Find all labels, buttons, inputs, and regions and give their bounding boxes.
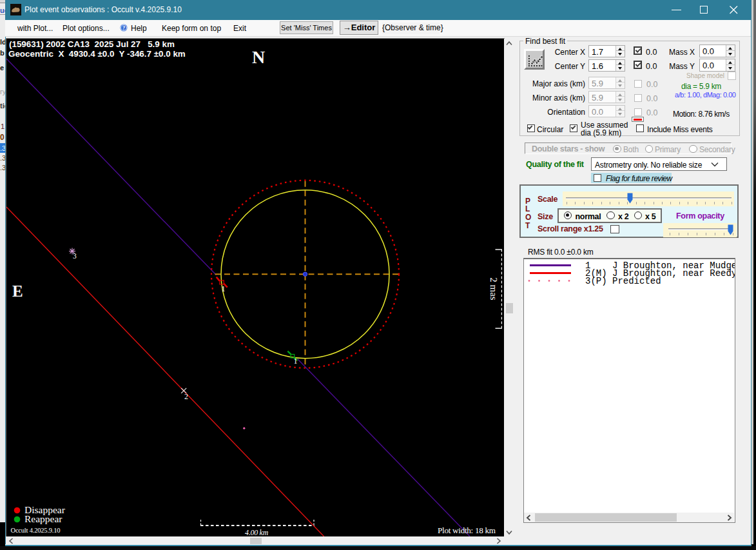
svg-text:Reappear: Reappear bbox=[24, 513, 63, 524]
svg-text:3: 3 bbox=[73, 252, 77, 260]
svg-text:Occult 4.2025.9.10: Occult 4.2025.9.10 bbox=[11, 527, 61, 534]
svg-text:2 mas: 2 mas bbox=[489, 277, 499, 300]
svg-text:N: N bbox=[252, 47, 265, 67]
svg-text:1: 1 bbox=[294, 357, 298, 366]
svg-text:Geocentric X 4930.4 ±0.0 Y: Geocentric X 4930.4 ±0.0 Y -346.7 ±0.0 k… bbox=[8, 49, 186, 59]
svg-text:2: 2 bbox=[184, 392, 188, 401]
svg-text:Plot width: 18 km: Plot width: 18 km bbox=[438, 525, 496, 535]
svg-text:4.00 km: 4.00 km bbox=[245, 528, 269, 537]
svg-text:1: 1 bbox=[222, 284, 226, 293]
svg-text:(159631) 2002 CA13 2025 Jul 2: (159631) 2002 CA13 2025 Jul 27 5.9 km bbox=[9, 39, 175, 49]
svg-text:?: ? bbox=[122, 25, 125, 31]
svg-text:E: E bbox=[12, 282, 23, 300]
